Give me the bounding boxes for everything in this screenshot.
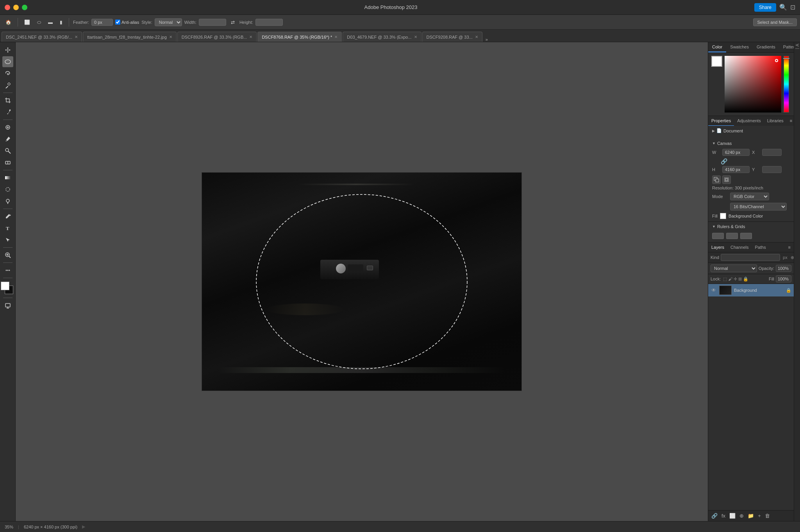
brush-tool[interactable]: [2, 134, 13, 145]
lasso-tool[interactable]: [2, 68, 13, 79]
canvas-height-input[interactable]: [722, 166, 750, 173]
tab-color[interactable]: Color: [708, 42, 726, 52]
layer-visibility-toggle[interactable]: 👁: [711, 287, 717, 293]
tab-d034679[interactable]: D03_4679.NEF @ 33.3% (Expo... ✕: [343, 32, 421, 42]
hue-slider[interactable]: [784, 56, 789, 112]
style-select[interactable]: Normal: [155, 18, 182, 26]
arrange-icon[interactable]: ⊡: [790, 4, 795, 11]
add-style-btn[interactable]: fx: [721, 512, 726, 520]
ruler-option-1[interactable]: [712, 233, 724, 239]
eyedropper-tool[interactable]: [2, 107, 13, 118]
move-tool[interactable]: [2, 45, 13, 55]
tab-libraries[interactable]: Libraries: [764, 116, 787, 126]
eraser-tool[interactable]: [2, 157, 13, 168]
color-fg-square[interactable]: [711, 56, 722, 67]
tab-dscf8768[interactable]: DSCF8768.RAF @ 35% (RGB/16*) * ✕: [257, 32, 342, 42]
tab-close-icon[interactable]: ✕: [169, 35, 172, 39]
pen-tool[interactable]: [2, 211, 13, 222]
dodge-tool[interactable]: [2, 196, 13, 207]
home-button[interactable]: 🏠: [3, 18, 14, 26]
layers-search-input[interactable]: [721, 254, 780, 261]
lock-image-btn[interactable]: 🖌: [728, 277, 732, 282]
tabs-overflow-icon[interactable]: »: [483, 37, 490, 42]
canvas-y-input[interactable]: [762, 166, 782, 173]
tab-patterns[interactable]: Patterns: [779, 42, 794, 52]
new-fill-adj-btn[interactable]: ⊕: [739, 512, 745, 520]
canvas-area[interactable]: [16, 42, 708, 521]
tab-close-icon[interactable]: ✕: [75, 35, 78, 39]
canvas-width-input[interactable]: [722, 149, 750, 156]
extra-tools-button[interactable]: [2, 265, 13, 276]
tab-close-icon[interactable]: ✕: [249, 35, 252, 39]
new-layer-btn[interactable]: +: [757, 512, 762, 520]
tab-properties[interactable]: Properties: [708, 116, 734, 126]
close-button[interactable]: [5, 5, 10, 10]
fullscreen-button[interactable]: [22, 5, 27, 10]
canvas-x-input[interactable]: [762, 149, 782, 156]
color-spectrum[interactable]: [725, 56, 781, 112]
tab-layers[interactable]: Layers: [708, 243, 727, 252]
tab-channels[interactable]: Channels: [727, 243, 752, 252]
tab-dscf9208[interactable]: DSCF9208.RAF @ 33... ✕: [422, 32, 482, 42]
width-input[interactable]: [199, 19, 226, 26]
opacity-input[interactable]: [776, 265, 791, 272]
rulers-header[interactable]: ▼ Rulers & Grids: [712, 224, 790, 229]
filter-adjust-btn[interactable]: ⊕: [789, 255, 794, 261]
bits-select[interactable]: 16 Bits/Channel: [730, 203, 787, 211]
document-header[interactable]: ▶ 📄 Document: [712, 128, 790, 133]
select-mask-button[interactable]: Select and Mask...: [753, 18, 797, 26]
canvas-header[interactable]: ▼ Canvas: [712, 141, 790, 146]
share-button[interactable]: Share: [754, 3, 776, 12]
foreground-background-colors[interactable]: [1, 282, 15, 296]
screen-mode-btn[interactable]: [2, 300, 13, 311]
layers-menu[interactable]: ≡: [785, 243, 794, 252]
tab-dsc2451[interactable]: DSC_2451.NEF @ 33.3% (RGB/... ✕: [2, 32, 82, 42]
layer-item-background[interactable]: 👁 Background 🔒: [708, 284, 794, 296]
tab-close-icon[interactable]: ✕: [334, 35, 338, 39]
search-icon[interactable]: 🔍: [779, 4, 787, 11]
swap-wh-button[interactable]: ⇄: [229, 18, 237, 26]
gradient-tool[interactable]: [2, 172, 13, 183]
lock-artboard-btn[interactable]: ⊞: [738, 277, 742, 282]
tab-close-icon[interactable]: ✕: [414, 35, 417, 39]
new-group-btn[interactable]: 📁: [747, 512, 755, 520]
resize-canvas-btn[interactable]: [722, 175, 731, 184]
rect-marquee-btn[interactable]: ⬜: [22, 18, 32, 26]
height-input[interactable]: [255, 19, 283, 26]
column-marquee-btn[interactable]: ▬: [46, 18, 55, 26]
fill-opacity-input[interactable]: [776, 275, 791, 282]
spot-heal-tool[interactable]: [2, 122, 13, 133]
tab-gradients[interactable]: Gradients: [753, 42, 779, 52]
magic-wand-tool[interactable]: [2, 80, 13, 91]
right-strip-item-2[interactable]: |: [795, 48, 799, 49]
resize-image-btn[interactable]: [712, 175, 721, 184]
mode-select[interactable]: RGB Color: [730, 193, 769, 200]
feather-input[interactable]: [91, 19, 113, 26]
antialias-checkbox-label[interactable]: Anti-alias: [115, 20, 139, 25]
fill-color-swatch[interactable]: [720, 213, 726, 219]
row-marquee-btn[interactable]: ▮: [57, 18, 65, 26]
zoom-tool[interactable]: [2, 250, 13, 261]
properties-menu[interactable]: ≡: [787, 116, 794, 126]
tab-paths[interactable]: Paths: [752, 243, 769, 252]
blend-mode-select[interactable]: Normal: [711, 264, 757, 272]
ellipse-marquee-btn[interactable]: ⬭: [35, 18, 43, 26]
tab-close-icon[interactable]: ✕: [475, 35, 478, 39]
lock-position-btn[interactable]: ✛: [734, 277, 737, 282]
right-strip-item-1[interactable]: A: [795, 44, 800, 46]
add-mask-btn[interactable]: ⬜: [729, 512, 736, 520]
crop-tool[interactable]: [2, 95, 13, 106]
tab-swatches[interactable]: Swatches: [726, 42, 753, 52]
tab-ttartisan[interactable]: ttartisan_28mm_f28_trentay_tinhte-22.jpg…: [83, 32, 177, 42]
link-layers-btn[interactable]: 🔗: [711, 512, 718, 520]
elliptical-marquee-tool[interactable]: [2, 56, 13, 67]
lock-transparent-btn[interactable]: ⬚: [723, 277, 727, 282]
window-controls[interactable]: [5, 5, 27, 10]
clone-stamp-tool[interactable]: [2, 145, 13, 156]
ruler-option-3[interactable]: [740, 233, 752, 239]
link-icon[interactable]: 🔗: [721, 158, 727, 164]
document-canvas[interactable]: [202, 172, 522, 391]
blur-tool[interactable]: [2, 184, 13, 195]
antialias-checkbox[interactable]: [115, 20, 120, 25]
type-tool[interactable]: T: [2, 223, 13, 234]
